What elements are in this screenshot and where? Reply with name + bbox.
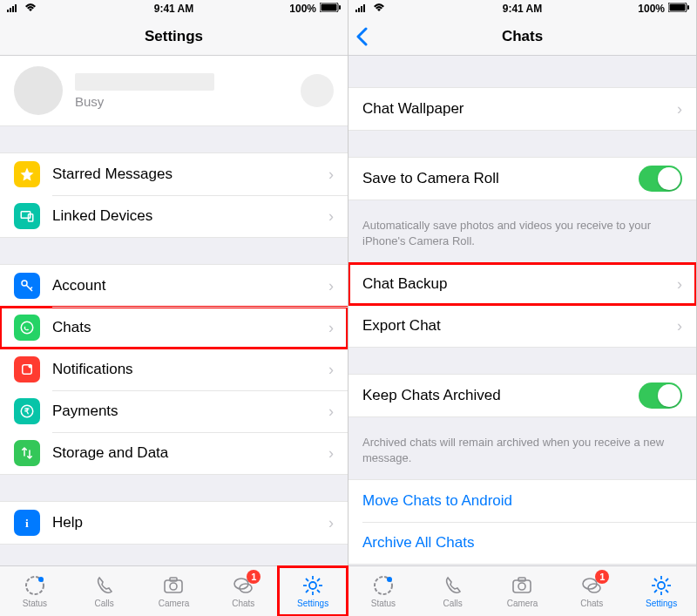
section-footer: Automatically save photos and videos you…	[348, 211, 696, 262]
chats-row-save-to-camera-roll[interactable]: Save to Camera Roll	[348, 158, 696, 200]
tab-chats[interactable]: Chats1	[208, 566, 278, 616]
row-label: Keep Chats Archived	[362, 387, 639, 404]
chevron-right-icon: ›	[677, 317, 682, 335]
svg-rect-6	[339, 5, 341, 10]
tab-calls[interactable]: Calls	[418, 566, 488, 616]
chats-content: Chat Wallpaper›Save to Camera RollAutoma…	[348, 56, 696, 565]
signal-icon	[7, 3, 21, 15]
profile-name-placeholder	[75, 73, 214, 91]
settings-row-starred-messages[interactable]: Starred Messages›	[0, 153, 348, 195]
wifi-icon	[373, 3, 385, 15]
tab-bar: StatusCallsCameraChats1Settings	[0, 565, 348, 616]
svg-rect-33	[358, 8, 360, 12]
svg-line-28	[306, 579, 308, 581]
whatsapp-icon	[14, 315, 40, 341]
settings-icon	[301, 574, 325, 597]
tab-status[interactable]: Status	[0, 566, 70, 616]
navbar: Chats	[348, 17, 696, 56]
data-icon	[14, 440, 40, 466]
clock: 9:41 AM	[503, 3, 543, 15]
row-label: Move Chats to Android	[362, 492, 682, 510]
row-label: Export Chat	[362, 317, 677, 335]
camera-icon	[161, 574, 186, 597]
settings-row-chats[interactable]: Chats›	[0, 307, 348, 349]
settings-row-linked-devices[interactable]: Linked Devices›	[0, 195, 348, 237]
tab-camera[interactable]: Camera	[488, 566, 558, 616]
calls-icon	[441, 574, 465, 597]
wifi-icon	[24, 3, 37, 15]
chevron-right-icon: ›	[677, 100, 682, 118]
svg-rect-35	[363, 4, 365, 12]
chevron-right-icon: ›	[328, 319, 334, 337]
svg-line-52	[666, 590, 668, 592]
battery-icon	[668, 3, 689, 15]
svg-line-53	[654, 590, 657, 592]
qr-icon[interactable]	[301, 74, 334, 107]
chats-row-export-chat[interactable]: Export Chat›	[348, 305, 696, 347]
tab-settings[interactable]: Settings	[626, 566, 696, 616]
chevron-right-icon: ›	[328, 403, 334, 421]
chats-row-keep-chats-archived[interactable]: Keep Chats Archived	[348, 375, 696, 416]
svg-rect-18	[165, 580, 182, 592]
row-label: Chats	[52, 319, 328, 336]
settings-row-payments[interactable]: ₹Payments›	[0, 390, 348, 432]
row-label: Help	[52, 514, 328, 531]
svg-rect-43	[518, 578, 525, 581]
row-label: Chat Wallpaper	[362, 100, 677, 118]
chats-row-archive-all-chats[interactable]: Archive All Chats	[348, 522, 696, 564]
battery-percent: 100%	[638, 3, 665, 15]
toggle-switch[interactable]	[639, 382, 682, 409]
back-button[interactable]	[355, 17, 368, 55]
svg-line-31	[317, 579, 320, 581]
svg-point-40	[387, 577, 392, 582]
chats-row-move-chats-to-android[interactable]: Move Chats to Android	[348, 480, 696, 522]
svg-rect-0	[7, 10, 9, 12]
tab-chats[interactable]: Chats1	[557, 566, 626, 616]
svg-point-12	[29, 364, 33, 369]
signal-icon	[355, 3, 369, 15]
settings-row-storage-and-data[interactable]: Storage and Data›	[0, 432, 348, 474]
svg-line-51	[654, 579, 657, 581]
chats-row-chat-wallpaper[interactable]: Chat Wallpaper›	[348, 88, 696, 130]
profile-row[interactable]: Busy	[0, 56, 348, 126]
toggle-switch[interactable]	[639, 166, 682, 192]
avatar	[14, 66, 63, 115]
row-label: Payments	[52, 403, 328, 420]
tab-settings[interactable]: Settings	[278, 566, 348, 616]
badge: 1	[247, 570, 261, 584]
chats-row-chat-backup[interactable]: Chat Backup›	[348, 263, 696, 305]
navbar: Settings	[0, 17, 348, 56]
calls-icon	[92, 574, 117, 597]
svg-line-30	[306, 590, 308, 592]
tab-label: Chats	[580, 599, 603, 608]
tab-calls[interactable]: Calls	[70, 566, 139, 616]
devices-icon	[14, 203, 40, 229]
page-title: Settings	[145, 28, 203, 45]
tab-label: Calls	[95, 599, 114, 608]
svg-rect-41	[513, 580, 531, 592]
settings-row-notifications[interactable]: Notifications›	[0, 349, 348, 390]
svg-text:i: i	[25, 517, 29, 530]
row-label: Save to Camera Roll	[362, 170, 639, 187]
svg-point-42	[518, 583, 525, 590]
svg-point-10	[21, 322, 33, 334]
settings-icon	[649, 574, 673, 597]
clock: 9:41 AM	[154, 3, 194, 15]
status-bar: 9:41 AM 100%	[0, 0, 348, 17]
settings-row-help[interactable]: iHelp›	[0, 502, 348, 544]
svg-text:₹: ₹	[24, 407, 30, 416]
svg-rect-2	[12, 6, 14, 12]
row-label: Chat Backup	[362, 275, 677, 293]
tab-camera[interactable]: Camera	[139, 566, 209, 616]
section-footer: Archived chats will remain archived when…	[348, 428, 696, 479]
tab-label: Status	[371, 599, 396, 608]
info-icon: i	[14, 510, 40, 536]
tab-status[interactable]: Status	[348, 566, 418, 616]
row-label: Archive All Chats	[362, 534, 682, 552]
settings-content: Busy Starred Messages›Linked Devices›Acc…	[0, 56, 348, 565]
row-label: Notifications	[52, 361, 328, 378]
row-label: Storage and Data	[52, 444, 328, 462]
svg-point-19	[170, 583, 177, 590]
settings-row-account[interactable]: Account›	[0, 265, 348, 307]
phone-settings: 9:41 AM 100% Settings Busy Starred Messa…	[0, 0, 348, 616]
